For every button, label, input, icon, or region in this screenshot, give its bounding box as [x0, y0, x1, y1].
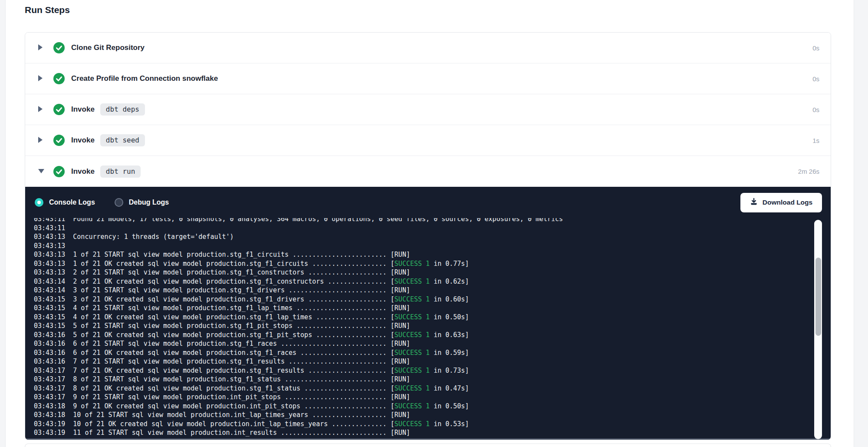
log-lines: 03:43:11 Found 21 models, 17 tests, 0 sn…	[34, 218, 811, 437]
log-line: 03:43:15 4 of 21 START sql view model pr…	[34, 304, 811, 313]
console-log-panel: Console Logs Debug Logs Download Logs 03…	[25, 187, 831, 440]
debug-logs-label: Debug Logs	[129, 199, 169, 206]
step-duration: 1s	[812, 137, 819, 144]
command-badge: dbt run	[100, 166, 141, 178]
log-line: 03:43:13 1 of 21 START sql view model pr…	[34, 250, 811, 259]
step-duration: 2m 26s	[798, 168, 819, 175]
log-scrollbar-thumb[interactable]	[815, 258, 821, 336]
debug-logs-radio[interactable]: Debug Logs	[115, 198, 169, 207]
log-line: 03:43:17 7 of 21 OK created sql view mod…	[34, 366, 811, 375]
chevron-down-icon	[38, 168, 44, 175]
download-logs-label: Download Logs	[763, 199, 812, 206]
log-line: 03:43:11 Found 21 models, 17 tests, 0 sn…	[34, 218, 811, 224]
success-check-icon	[53, 104, 65, 115]
log-scrollbar-track[interactable]	[814, 220, 822, 439]
page-left-gutter	[0, 0, 6, 447]
step-row-invoke-dbt-run[interactable]: Invoke dbt run 2m 26s	[25, 156, 831, 187]
log-line: 03:43:16 6 of 21 OK created sql view mod…	[34, 348, 811, 358]
expand-step-button[interactable]	[38, 137, 45, 144]
console-logs-label: Console Logs	[49, 199, 95, 206]
download-icon	[750, 198, 758, 207]
log-line: 03:43:18 9 of 21 OK created sql view mod…	[34, 402, 811, 411]
run-steps-card: Clone Git Repository 0s Create Profile f…	[25, 32, 831, 440]
step-duration: 0s	[812, 106, 819, 113]
expand-step-button[interactable]	[38, 106, 45, 113]
log-line: 03:43:13 Concurrency: 1 threads (target=…	[34, 232, 811, 242]
collapse-step-button[interactable]	[38, 168, 45, 175]
download-logs-button[interactable]: Download Logs	[740, 193, 822, 212]
console-logs-radio[interactable]: Console Logs	[35, 198, 95, 207]
log-line: 03:43:19 11 of 21 START sql view model p…	[34, 428, 811, 437]
radio-unselected-icon	[115, 198, 123, 207]
log-line: 03:43:15 3 of 21 OK created sql view mod…	[34, 295, 811, 304]
page-right-gutter	[854, 0, 868, 447]
log-line: 03:43:16 6 of 21 START sql view model pr…	[34, 339, 811, 348]
log-line: 03:43:18 10 of 21 START sql view model p…	[34, 411, 811, 420]
log-line: 03:43:16 5 of 21 OK created sql view mod…	[34, 331, 811, 340]
success-check-icon	[53, 42, 65, 53]
log-line: 03:43:13 1 of 21 OK created sql view mod…	[34, 259, 811, 268]
step-label: Create Profile from Connection snowflake	[71, 74, 218, 83]
chevron-right-icon	[38, 75, 43, 83]
success-check-icon	[53, 73, 65, 84]
expand-step-button[interactable]	[38, 44, 45, 51]
console-log-output[interactable]: 03:43:11 Found 21 models, 17 tests, 0 sn…	[34, 218, 811, 438]
log-line: 03:43:17 8 of 21 OK created sql view mod…	[34, 384, 811, 393]
step-duration: 0s	[812, 75, 819, 83]
log-line: 03:43:14 2 of 21 OK created sql view mod…	[34, 277, 811, 286]
step-label: Invoke	[71, 167, 95, 176]
step-label: Invoke	[71, 105, 95, 114]
step-label: Invoke	[71, 136, 95, 145]
radio-selected-icon	[35, 198, 43, 207]
log-line: 03:43:16 7 of 21 START sql view model pr…	[34, 357, 811, 366]
expand-step-button[interactable]	[38, 75, 45, 82]
log-line: 03:43:17 9 of 21 START sql view model pr…	[34, 393, 811, 402]
chevron-right-icon	[38, 137, 43, 144]
log-line: 03:43:17 8 of 21 START sql view model pr…	[34, 375, 811, 384]
step-row-create-profile[interactable]: Create Profile from Connection snowflake…	[25, 63, 831, 94]
success-check-icon	[53, 135, 65, 146]
console-log-header: Console Logs Debug Logs Download Logs	[25, 187, 831, 218]
success-check-icon	[53, 166, 65, 177]
log-line: 03:43:14 3 of 21 START sql view model pr…	[34, 286, 811, 295]
log-line: 03:43:19 10 of 21 OK created sql view mo…	[34, 420, 811, 429]
log-line: 03:43:13	[34, 242, 811, 251]
step-label: Clone Git Repository	[71, 43, 145, 52]
command-badge: dbt deps	[100, 103, 145, 116]
page-title: Run Steps	[25, 5, 70, 15]
command-badge: dbt seed	[100, 134, 145, 146]
step-row-invoke-dbt-seed[interactable]: Invoke dbt seed 1s	[25, 125, 831, 156]
step-row-clone-git-repository[interactable]: Clone Git Repository 0s	[25, 33, 831, 63]
step-row-invoke-dbt-deps[interactable]: Invoke dbt deps 0s	[25, 94, 831, 125]
chevron-right-icon	[38, 106, 43, 113]
log-line: 03:43:11	[34, 224, 811, 233]
log-line: 03:43:13 2 of 21 START sql view model pr…	[34, 268, 811, 277]
log-line: 03:43:15 5 of 21 START sql view model pr…	[34, 321, 811, 331]
chevron-right-icon	[38, 44, 43, 52]
next-card-top-edge	[25, 444, 831, 447]
step-duration: 0s	[812, 44, 819, 52]
log-line: 03:43:15 4 of 21 OK created sql view mod…	[34, 313, 811, 322]
